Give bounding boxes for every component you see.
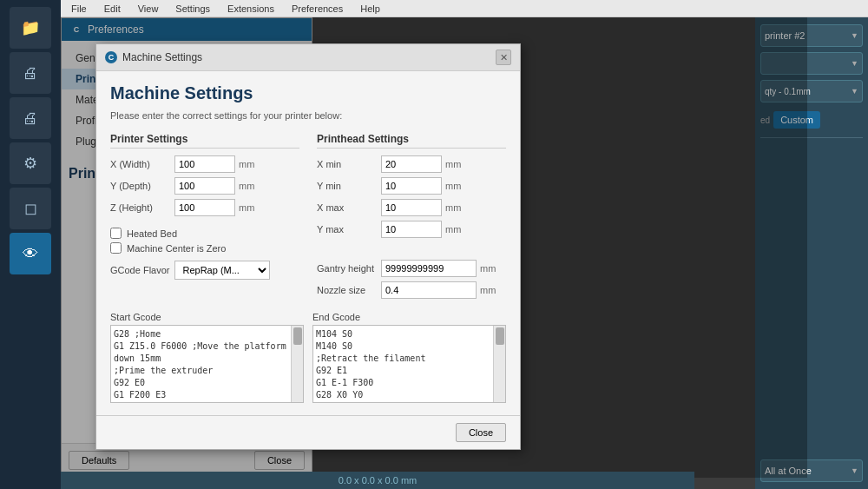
menu-help[interactable]: Help (357, 2, 384, 16)
machine-center-checkbox[interactable] (110, 242, 122, 254)
gantry-height-row: Gantry height mm (317, 260, 506, 277)
x-max-unit: mm (445, 202, 467, 213)
z-height-label: Z (Height) (110, 202, 171, 213)
sidebar-icon-layers[interactable]: ◻ (10, 188, 51, 229)
menu-edit[interactable]: Edit (101, 2, 124, 16)
x-min-input[interactable] (381, 155, 442, 173)
start-gcode-scrollbar[interactable] (291, 326, 303, 402)
third-select-chevron: ▼ (851, 87, 858, 96)
heated-bed-row: Heated Bed (110, 228, 299, 239)
printer-select-chevron: ▼ (851, 31, 858, 40)
sidebar-icon-printer2[interactable]: 🖨 (10, 97, 51, 139)
y-depth-row: Y (Depth) mm (110, 177, 299, 195)
x-max-label: X max (317, 202, 378, 213)
sidebar-icon-folder[interactable]: 📁 (10, 7, 51, 49)
modal-subtitle: Please enter the correct settings for yo… (110, 110, 506, 121)
gcode-flavor-row: GCode Flavor RepRap (M... Marlin Sailfis… (110, 261, 299, 280)
machine-center-row: Machine Center is Zero (110, 242, 299, 254)
heated-bed-checkbox[interactable] (110, 228, 122, 239)
gantry-height-input[interactable] (381, 260, 477, 277)
y-depth-label: Y (Depth) (110, 181, 171, 191)
z-height-input[interactable] (174, 199, 235, 216)
gcode-section: Start Gcode G28 ;Home G1 Z15.0 F6000 ;Mo… (110, 312, 506, 403)
y-min-row: Y min mm (317, 177, 506, 195)
status-bar: 0.0 x 0.0 x 0.0 mm (61, 472, 694, 489)
end-gcode-scrollbar[interactable] (493, 326, 505, 402)
modal-overlay: C Machine Settings ✕ Machine Settings Pl… (61, 17, 807, 478)
menu-view[interactable]: View (135, 2, 162, 16)
menu-extensions[interactable]: Extensions (224, 2, 278, 16)
modal-close-icon[interactable]: ✕ (496, 50, 511, 65)
x-width-row: X (Width) mm (110, 155, 299, 173)
end-gcode-textarea[interactable]: M104 S0 M140 S0 ;Retract the filament G9… (313, 326, 493, 402)
nozzle-size-unit: mm (480, 285, 502, 295)
menu-settings[interactable]: Settings (172, 2, 214, 16)
y-depth-unit: mm (239, 181, 260, 191)
menu-file[interactable]: File (68, 2, 90, 16)
gantry-height-unit: mm (480, 263, 502, 274)
settings-row: Printer Settings X (Width) mm Y (Depth) … (110, 133, 506, 303)
sidebar-icon-settings[interactable]: ⚙ (10, 142, 51, 184)
printer-settings-title: Printer Settings (110, 133, 299, 149)
nozzle-size-input[interactable] (381, 281, 477, 299)
menu-preferences[interactable]: Preferences (288, 2, 346, 16)
status-text: 0.0 x 0.0 x 0.0 mm (339, 475, 417, 486)
y-depth-input[interactable] (174, 177, 235, 195)
menubar: File Edit View Settings Extensions Prefe… (61, 0, 868, 17)
y-max-label: Y max (317, 224, 378, 235)
printhead-settings-title: Printhead Settings (317, 133, 506, 149)
start-gcode-wrapper: G28 ;Home G1 Z15.0 F6000 ;Move the platf… (110, 325, 304, 403)
x-min-unit: mm (445, 159, 467, 169)
nozzle-size-label: Nozzle size (317, 285, 378, 295)
machine-center-label: Machine Center is Zero (127, 243, 226, 254)
machine-settings-modal: C Machine Settings ✕ Machine Settings Pl… (95, 43, 521, 450)
second-select-chevron: ▼ (851, 59, 858, 68)
y-min-input[interactable] (381, 177, 442, 195)
heated-bed-label: Heated Bed (127, 228, 177, 239)
x-min-row: X min mm (317, 155, 506, 173)
start-gcode-title: Start Gcode (110, 312, 304, 322)
nozzle-size-row: Nozzle size mm (317, 281, 506, 299)
sidebar-icon-eye[interactable]: 👁 (10, 233, 51, 274)
y-max-row: Y max mm (317, 221, 506, 238)
y-min-label: Y min (317, 181, 378, 191)
machine-settings-close-button[interactable]: Close (456, 423, 506, 442)
printhead-settings-col: Printhead Settings X min mm Y min mm X m… (317, 133, 506, 303)
x-min-label: X min (317, 159, 378, 169)
x-width-input[interactable] (174, 155, 235, 173)
all-at-once-chevron: ▼ (851, 466, 858, 475)
end-gcode-scrollbar-thumb (496, 327, 504, 345)
z-height-row: Z (Height) mm (110, 199, 299, 216)
modal-body: Machine Settings Please enter the correc… (96, 71, 520, 415)
x-max-row: X max mm (317, 199, 506, 216)
modal-header-title: Machine Settings (122, 51, 202, 63)
sidebar-icon-printer1[interactable]: 🖨 (10, 52, 51, 94)
x-width-unit: mm (239, 159, 260, 169)
gcode-flavor-label: GCode Flavor (110, 265, 169, 275)
end-gcode-col: End Gcode M104 S0 M140 S0 ;Retract the f… (312, 312, 506, 403)
start-gcode-col: Start Gcode G28 ;Home G1 Z15.0 F6000 ;Mo… (110, 312, 304, 403)
gcode-flavor-select[interactable]: RepRap (M... Marlin Sailfish (174, 261, 270, 280)
z-height-unit: mm (239, 202, 260, 213)
modal-logo: C (105, 51, 117, 63)
x-max-input[interactable] (381, 199, 442, 216)
gantry-height-label: Gantry height (317, 263, 378, 274)
modal-header-title-group: C Machine Settings (105, 51, 202, 63)
modal-title: Machine Settings (110, 83, 506, 103)
y-max-input[interactable] (381, 221, 442, 238)
start-gcode-scrollbar-thumb (293, 327, 302, 345)
start-gcode-textarea[interactable]: G28 ;Home G1 Z15.0 F6000 ;Move the platf… (111, 326, 291, 402)
printer-settings-col: Printer Settings X (Width) mm Y (Depth) … (110, 133, 299, 303)
modal-footer: Close (96, 415, 520, 449)
x-width-label: X (Width) (110, 159, 171, 169)
end-gcode-wrapper: M104 S0 M140 S0 ;Retract the filament G9… (312, 325, 506, 403)
y-max-unit: mm (445, 224, 467, 235)
modal-header: C Machine Settings ✕ (96, 44, 520, 71)
end-gcode-title: End Gcode (312, 312, 506, 322)
y-min-unit: mm (445, 181, 467, 191)
sidebar: 📁 🖨 🖨 ⚙ ◻ 👁 (0, 0, 61, 489)
